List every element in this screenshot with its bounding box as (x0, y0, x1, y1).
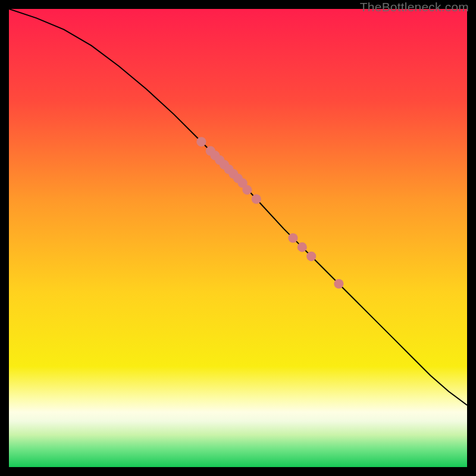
data-point (298, 242, 307, 252)
data-point (306, 252, 316, 261)
data-point (242, 185, 252, 195)
data-point (196, 137, 206, 146)
plot-area (9, 9, 467, 467)
watermark-text: TheBottleneck.com (360, 0, 469, 14)
data-point (334, 279, 343, 289)
data-point (288, 233, 298, 243)
chart-frame: TheBottleneck.com (0, 0, 476, 476)
data-point (252, 194, 261, 203)
curve-layer (9, 9, 467, 467)
bottleneck-curve (9, 9, 467, 405)
